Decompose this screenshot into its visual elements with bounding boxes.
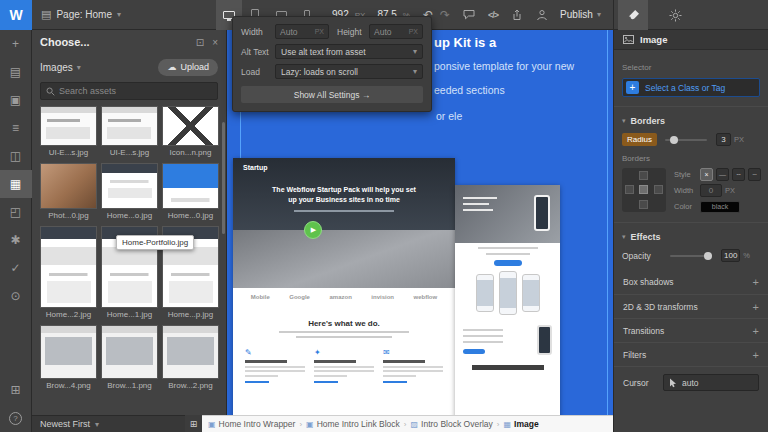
border-bottom-toggle[interactable] [639,200,648,209]
breadcrumb-toggle-button[interactable]: ⊞ [185,415,202,432]
breadcrumb-item[interactable]: ▣ Home Intro Wrapper [208,419,295,429]
close-icon[interactable]: × [212,37,218,48]
asset-thumbnail[interactable]: UI-E...s.jpg [40,106,97,157]
cms-button[interactable]: ◫ [0,142,32,170]
help-button[interactable]: ? [0,404,32,432]
border-width-input[interactable]: 0 [700,184,722,197]
element-icon: ▣ [208,420,216,429]
help-icon: ? [9,412,22,425]
breadcrumb-item[interactable]: ▣ Home Intro Link Block [306,419,400,429]
border-right-toggle[interactable] [654,185,663,194]
pages-button[interactable]: ▤ [0,58,32,86]
load-select[interactable]: Lazy: loads on scroll ▾ [275,64,423,79]
asset-image [40,106,97,146]
asset-thumbnail[interactable]: Home...o.jpg [101,163,158,220]
asset-thumbnail[interactable]: UI-E...s.jpg [101,106,158,157]
add-elements-button[interactable]: + [0,30,32,58]
cloud-upload-icon: ☁ [167,62,176,72]
site-settings-button[interactable]: ✱ [0,226,32,254]
selected-image-element[interactable]: Startup The Webflow Startup Pack will he… [233,158,455,432]
border-style-none[interactable]: × [700,168,713,181]
chevron-down-icon: ▾ [95,420,99,429]
cursor-dropdown[interactable]: auto [663,374,759,391]
asset-thumbnail[interactable]: Brow...2.png [162,325,219,390]
ecommerce-button[interactable]: ◰ [0,198,32,226]
find-button[interactable]: ⊙ [0,282,32,310]
class-selector-input[interactable]: + Select a Class or Tag [622,78,760,97]
section-title: Borders [631,116,666,126]
breadcrumb-separator: › [404,420,407,429]
publish-button[interactable]: Publish ▾ [560,9,601,20]
upload-label: Upload [180,62,209,72]
asset-thumbnail[interactable]: Icon...n.png [162,106,219,157]
border-color-swatch[interactable]: black [700,201,740,213]
show-all-settings-button[interactable]: Show All Settings → [241,86,423,103]
asset-image [40,226,97,308]
export-code-button[interactable]: </> [488,10,498,20]
add-icon[interactable]: + [753,349,759,361]
width-input[interactable]: Auto PX [275,24,329,39]
search-input[interactable] [59,86,199,96]
radius-slider[interactable] [665,139,707,141]
assets-button[interactable]: ▦ [0,170,32,198]
border-top-toggle[interactable] [639,171,648,180]
radius-label[interactable]: Radius [622,133,657,146]
components-button[interactable]: ▣ [0,86,32,114]
border-style-solid[interactable]: — [716,168,729,181]
box-shadows-row[interactable]: Box shadows + [614,270,768,294]
upload-button[interactable]: ☁ Upload [158,59,218,76]
opacity-unit[interactable]: % [743,251,750,260]
asset-image [162,325,219,379]
transitions-row[interactable]: Transitions + [614,318,768,342]
scrollbar[interactable] [222,122,225,234]
slider-knob[interactable] [704,252,712,260]
audit-button[interactable]: ✓ [0,254,32,282]
asset-thumbnail[interactable]: Home...0.jpg [162,163,219,220]
transforms-row[interactable]: 2D & 3D transforms + [614,294,768,318]
effects-section-header[interactable]: ▾ Effects [614,223,768,247]
alt-text-select[interactable]: Use alt text from asset ▾ [275,44,423,59]
share-button[interactable] [511,9,523,21]
secondary-image-element[interactable] [455,185,560,432]
webflow-logo[interactable]: W [0,0,32,30]
breadcrumb-item-current[interactable]: ▦ Image [504,419,539,429]
element-breadcrumb-bar: ⊞ ▣ Home Intro Wrapper › ▣ Home Intro Li… [185,415,613,432]
selected-element-indicator[interactable]: Image [614,30,768,50]
site-brand: Startup [243,164,268,171]
breadcrumb-label: Home Intro Link Block [317,419,400,429]
border-side-picker[interactable] [622,168,666,212]
height-input[interactable]: Auto PX [369,24,423,39]
comments-button[interactable] [463,9,475,20]
page-menu[interactable]: ▤ Page: Home ▾ [41,8,121,21]
asset-thumbnail[interactable]: Brow...1.png [101,325,158,390]
slider-knob[interactable] [670,136,678,144]
border-style-dotted[interactable]: ┄ [748,168,761,181]
opacity-slider[interactable] [670,255,712,257]
radius-unit[interactable]: PX [734,135,744,144]
border-style-dashed[interactable]: ╌ [732,168,745,181]
asset-thumbnail[interactable]: Home...2.jpg [40,226,97,319]
border-left-toggle[interactable] [625,185,634,194]
filters-row[interactable]: Filters + [614,342,768,366]
asset-type-filter[interactable]: Images [40,62,73,73]
border-width-unit[interactable]: PX [725,186,735,195]
redo-button[interactable]: ↷ [440,8,450,22]
navigator-button[interactable]: ≡ [0,114,32,142]
shortcuts-button[interactable]: ⊞ [0,376,32,404]
add-icon[interactable]: + [753,301,759,313]
asset-thumbnail[interactable]: Phot...0.jpg [40,163,97,220]
asset-thumbnail[interactable]: Brow...4.png [40,325,97,390]
user-button[interactable] [536,9,548,21]
settings-panel-tab[interactable] [660,0,690,30]
asset-search-box[interactable] [40,82,218,100]
add-icon[interactable]: + [753,276,759,288]
add-icon[interactable]: + [753,325,759,337]
opacity-value-input[interactable]: 100 [721,249,740,262]
border-all-toggle[interactable] [639,185,648,194]
style-panel-tab[interactable] [618,0,648,30]
dock-panel-icon[interactable]: ⊡ [196,37,204,48]
borders-section-header[interactable]: ▾ Borders [614,107,768,131]
breadcrumb-item[interactable]: ▨ Intro Block Overlay [410,419,492,429]
radius-value-input[interactable]: 3 [716,133,731,146]
alt-text-label: Alt Text [241,47,275,57]
